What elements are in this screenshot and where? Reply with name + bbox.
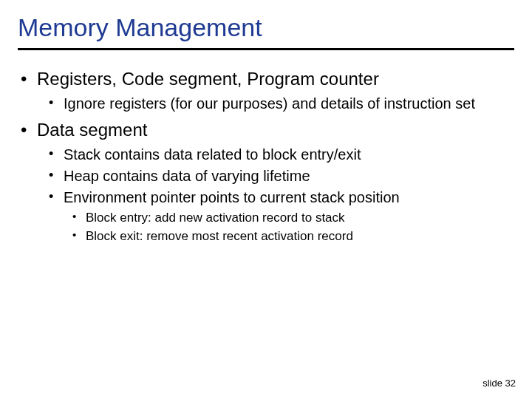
bullet-registers: Registers, Code segment, Program counter <box>21 68 511 90</box>
bullet-block-exit: Block exit: remove most recent activatio… <box>72 228 511 244</box>
bullet-data-segment: Data segment <box>21 119 511 141</box>
bullet-stack: Stack contains data related to block ent… <box>49 146 511 164</box>
slide-body: Registers, Code segment, Program counter… <box>0 68 532 245</box>
bullet-ignore-registers: Ignore registers (for our purposes) and … <box>49 95 511 113</box>
bullet-block-entry: Block entry: add new activation record t… <box>72 210 511 225</box>
slide-title: Memory Management <box>0 0 532 48</box>
slide-number: slide 32 <box>482 378 516 389</box>
title-rule <box>18 48 514 50</box>
bullet-heap: Heap contains data of varying lifetime <box>49 167 511 185</box>
bullet-env-pointer: Environment pointer points to current st… <box>49 188 511 207</box>
